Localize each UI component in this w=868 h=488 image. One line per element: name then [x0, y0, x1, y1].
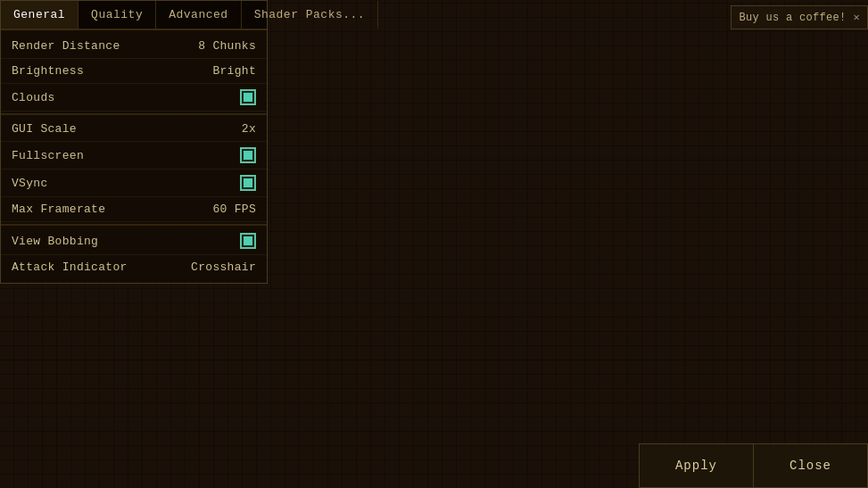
- view-bobbing-label: View Bobbing: [12, 235, 98, 248]
- coffee-button-label: Buy us a coffee!: [739, 12, 846, 24]
- bottom-buttons: Apply Close: [639, 443, 868, 488]
- settings-list: Render Distance 8 Chunks Brightness Brig…: [1, 30, 267, 283]
- settings-panel: General Quality Advanced Shader Packs...…: [0, 0, 268, 284]
- tab-advanced[interactable]: Advanced: [156, 1, 241, 29]
- apply-button[interactable]: Apply: [639, 443, 754, 488]
- fullscreen-checkbox[interactable]: [240, 147, 256, 163]
- tab-general[interactable]: General: [1, 1, 79, 29]
- max-framerate-value: 60 FPS: [212, 203, 256, 216]
- setting-attack-indicator[interactable]: Attack Indicator Crosshair: [1, 255, 267, 279]
- fullscreen-label: Fullscreen: [12, 149, 84, 162]
- brightness-value: Bright: [212, 64, 256, 78]
- view-bobbing-checkbox[interactable]: [240, 233, 256, 249]
- coffee-close-icon[interactable]: ✕: [853, 11, 860, 24]
- setting-max-framerate[interactable]: Max Framerate 60 FPS: [1, 197, 267, 222]
- setting-view-bobbing[interactable]: View Bobbing: [1, 227, 267, 255]
- max-framerate-label: Max Framerate: [12, 203, 105, 216]
- render-distance-label: Render Distance: [12, 39, 120, 53]
- vsync-checkbox[interactable]: [240, 175, 256, 191]
- vsync-label: VSync: [12, 177, 48, 190]
- setting-vsync[interactable]: VSync: [1, 170, 267, 197]
- setting-fullscreen[interactable]: Fullscreen: [1, 142, 267, 170]
- close-button[interactable]: Close: [754, 443, 868, 488]
- clouds-label: Clouds: [12, 91, 55, 104]
- tab-shader-packs[interactable]: Shader Packs...: [242, 1, 379, 29]
- clouds-checkbox[interactable]: [240, 89, 256, 105]
- coffee-button[interactable]: Buy us a coffee! ✕: [731, 5, 868, 29]
- setting-render-distance[interactable]: Render Distance 8 Chunks: [1, 34, 267, 59]
- divider-2: [1, 224, 267, 226]
- setting-clouds[interactable]: Clouds: [1, 84, 267, 112]
- setting-brightness[interactable]: Brightness Bright: [1, 59, 267, 84]
- gui-scale-value: 2x: [242, 122, 256, 136]
- tab-bar: General Quality Advanced Shader Packs...: [1, 1, 267, 30]
- attack-indicator-value: Crosshair: [191, 261, 256, 274]
- attack-indicator-label: Attack Indicator: [12, 261, 128, 274]
- divider-1: [1, 113, 267, 115]
- gui-scale-label: GUI Scale: [12, 122, 77, 136]
- setting-gui-scale[interactable]: GUI Scale 2x: [1, 117, 267, 142]
- brightness-label: Brightness: [12, 64, 84, 78]
- render-distance-value: 8 Chunks: [198, 39, 256, 53]
- tab-quality[interactable]: Quality: [79, 1, 156, 29]
